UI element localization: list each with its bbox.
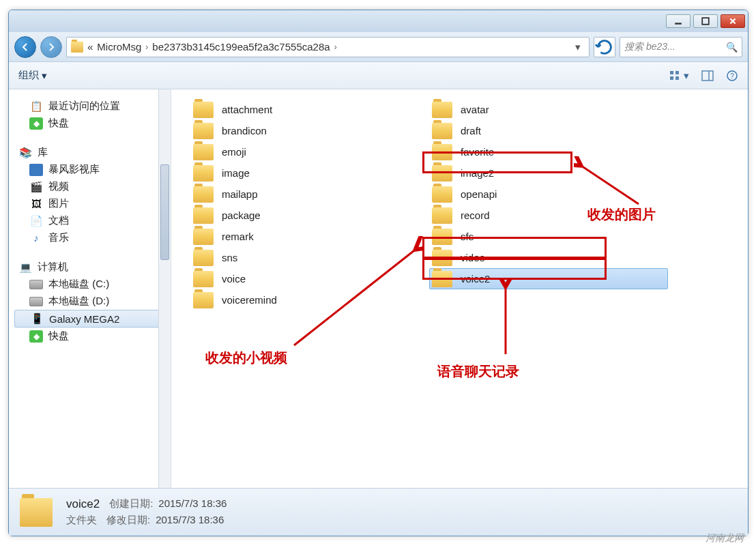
sidebar-scrollbar[interactable] [158, 89, 171, 488]
chevron-icon: › [334, 42, 337, 52]
sidebar-videos[interactable]: 🎬视频 [14, 178, 171, 195]
folder-mailapp[interactable]: mailapp [190, 184, 429, 205]
status-item-name: voice2 [66, 497, 100, 511]
bc-part2[interactable]: be2373b3145c199ea5f2a3c7555ca28a [152, 41, 330, 53]
folder-sfs[interactable]: sfs [429, 226, 668, 247]
folder-icon [432, 186, 452, 203]
folder-icon [193, 144, 214, 160]
search-icon: 🔍 [726, 42, 738, 53]
folder-brandicon[interactable]: brandicon [190, 120, 429, 141]
svg-rect-3 [675, 71, 679, 74]
bc-prefix: « [87, 41, 93, 53]
folder-icon [193, 229, 214, 245]
folder-draft[interactable]: draft [429, 120, 668, 141]
organize-label: 组织 [18, 69, 39, 82]
sidebar-disk-d[interactable]: 本地磁盘 (D:) [14, 293, 171, 310]
minimize-button[interactable] [666, 14, 690, 28]
sidebar-baofeng[interactable]: 暴风影视库 [14, 161, 171, 178]
folder-label: openapi [461, 188, 497, 200]
folder-label: emoji [222, 146, 246, 158]
library-icon: 📚 [18, 147, 32, 159]
folder-label: sfs [461, 231, 474, 242]
pictures-icon: 🖼 [29, 198, 43, 210]
svg-rect-6 [702, 71, 713, 81]
view-options-button[interactable]: ▾ [669, 70, 689, 82]
folder-video[interactable]: video [429, 247, 668, 268]
organize-menu[interactable]: 组织 ▾ [18, 69, 47, 82]
chevron-down-icon: ▾ [42, 70, 47, 82]
folder-icon [193, 186, 214, 203]
status-created-value: 2015/7/3 18:36 [158, 497, 227, 511]
folder-package[interactable]: package [190, 205, 429, 226]
folder-label: voiceremind [222, 294, 277, 306]
status-folder-icon [20, 498, 53, 527]
folder-label: brandicon [222, 125, 267, 136]
svg-rect-4 [670, 76, 673, 80]
preview-pane-button[interactable] [701, 70, 714, 82]
sidebar-computer[interactable]: 💻计算机 [14, 259, 171, 276]
folder-image[interactable]: image [190, 162, 429, 184]
svg-rect-0 [675, 23, 682, 24]
refresh-button[interactable] [594, 37, 615, 57]
sidebar-galaxy-device[interactable]: 📱Galaxy MEGA2 [14, 310, 171, 328]
folder-label: package [222, 209, 261, 221]
folder-voiceremind[interactable]: voiceremind [190, 289, 429, 310]
sidebar-documents[interactable]: 📄文档 [14, 212, 171, 229]
folder-openapi[interactable]: openapi [429, 184, 668, 205]
folder-label: sns [222, 252, 237, 263]
folder-icon [432, 102, 452, 118]
recent-icon: 📋 [29, 100, 43, 113]
folder-icon [432, 123, 452, 139]
folder-label: mailapp [222, 188, 258, 200]
breadcrumb[interactable]: « MicroMsg › be2373b3145c199ea5f2a3c7555… [66, 37, 590, 57]
status-created-label: 创建日期: [109, 497, 153, 511]
sidebar-music[interactable]: ♪音乐 [14, 229, 171, 246]
sidebar-libraries[interactable]: 📚库 [14, 144, 171, 161]
folder-icon [193, 102, 214, 118]
search-placeholder: 搜索 be23... [624, 41, 675, 53]
folder-remark[interactable]: remark [190, 226, 429, 247]
close-button[interactable] [721, 14, 745, 28]
folder-label: image2 [461, 167, 494, 179]
folder-icon [193, 207, 214, 224]
folder-avatar[interactable]: avatar [429, 99, 668, 120]
svg-rect-1 [702, 18, 709, 25]
folder-icon [193, 292, 214, 308]
folder-icon [432, 207, 452, 224]
help-button[interactable]: ? [726, 70, 738, 82]
folder-voice[interactable]: voice [190, 268, 429, 289]
folder-record[interactable]: record [429, 205, 668, 226]
kuaipan-icon: ◆ [29, 330, 43, 343]
search-input[interactable]: 搜索 be23... 🔍 [620, 37, 742, 57]
sidebar-kuaipan-2[interactable]: ◆快盘 [14, 328, 171, 345]
folder-attachment[interactable]: attachment [190, 99, 429, 120]
address-dropdown[interactable]: ▾ [571, 41, 585, 53]
nav-back-button[interactable] [14, 36, 36, 58]
file-column-1: attachmentbrandiconemojiimagemailapppack… [190, 99, 429, 488]
disk-icon [29, 297, 43, 306]
folder-label: draft [461, 125, 481, 136]
device-icon: 📱 [30, 313, 44, 325]
folder-icon [71, 42, 83, 53]
scrollbar-thumb[interactable] [160, 164, 169, 260]
status-modified-label: 修改日期: [106, 514, 150, 527]
bc-part1[interactable]: MicroMsg [97, 41, 141, 53]
folder-icon [193, 271, 214, 287]
video-lib-icon [29, 164, 43, 176]
folder-sns[interactable]: sns [190, 247, 429, 268]
sidebar-kuaipan[interactable]: ◆快盘 [14, 115, 171, 132]
folder-voice2[interactable]: voice2 [429, 268, 668, 289]
maximize-button[interactable] [693, 14, 718, 28]
folder-emoji[interactable]: emoji [190, 141, 429, 162]
sidebar-pictures[interactable]: 🖼图片 [14, 195, 171, 212]
sidebar-disk-c[interactable]: 本地磁盘 (C:) [14, 276, 171, 293]
svg-rect-2 [670, 71, 673, 74]
titlebar [9, 10, 748, 32]
folder-label: voice [222, 273, 246, 285]
folder-image2[interactable]: image2 [429, 162, 668, 184]
folder-label: video [461, 252, 485, 263]
nav-forward-button[interactable] [40, 36, 62, 58]
sidebar-recent-places[interactable]: 📋最近访问的位置 [14, 98, 171, 115]
folder-favorite[interactable]: favorite [429, 141, 668, 162]
status-modified-value: 2015/7/3 18:36 [156, 514, 224, 527]
